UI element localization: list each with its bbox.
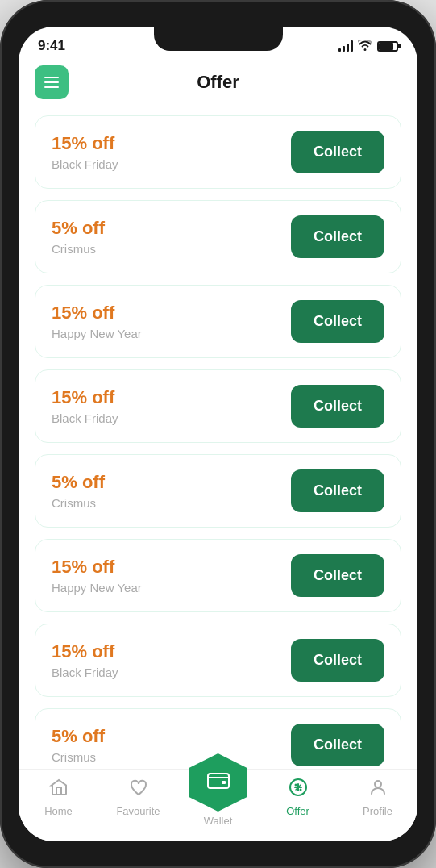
nav-wallet-wrapper: Wallet bbox=[178, 778, 258, 827]
status-time: 9:41 bbox=[38, 38, 65, 54]
svg-point-4 bbox=[299, 789, 301, 791]
offer-card: 15% off Black Friday Collect bbox=[35, 115, 401, 189]
menu-line bbox=[44, 77, 59, 78]
offer-info: 15% off Black Friday bbox=[52, 387, 118, 425]
offers-list: 15% off Black Friday Collect 5% off Cris… bbox=[19, 109, 417, 769]
offer-label: Black Friday bbox=[52, 411, 118, 425]
collect-button[interactable]: Collect bbox=[291, 639, 384, 682]
nav-home[interactable]: Home bbox=[19, 778, 98, 817]
nav-profile-label: Profile bbox=[363, 805, 392, 817]
header: Offer bbox=[19, 59, 417, 109]
offer-discount: 5% off bbox=[52, 726, 105, 747]
collect-button[interactable]: Collect bbox=[291, 131, 384, 173]
wallet-icon bbox=[206, 769, 230, 797]
battery-icon bbox=[377, 41, 398, 52]
nav-offer[interactable]: Offer bbox=[258, 778, 338, 817]
collect-button[interactable]: Collect bbox=[291, 385, 384, 428]
offer-info: 5% off Crismus bbox=[52, 472, 105, 510]
offer-icon bbox=[289, 778, 308, 802]
collect-button[interactable]: Collect bbox=[291, 724, 384, 766]
menu-line bbox=[44, 86, 59, 88]
nav-profile[interactable]: Profile bbox=[338, 778, 417, 817]
offer-label: Crismus bbox=[52, 242, 105, 256]
offer-info: 15% off Happy New Year bbox=[52, 303, 142, 340]
svg-rect-1 bbox=[222, 781, 226, 784]
offer-discount: 5% off bbox=[52, 472, 105, 493]
nav-home-label: Home bbox=[44, 805, 73, 817]
nav-offer-label: Offer bbox=[286, 805, 309, 817]
offer-label: Black Friday bbox=[52, 157, 118, 171]
offer-card: 15% off Black Friday Collect bbox=[35, 369, 401, 443]
collect-button[interactable]: Collect bbox=[291, 215, 384, 258]
offer-info: 15% off Happy New Year bbox=[52, 557, 142, 595]
offer-discount: 15% off bbox=[52, 387, 118, 408]
svg-point-3 bbox=[294, 784, 297, 787]
offer-discount: 5% off bbox=[52, 218, 105, 239]
wifi-icon bbox=[358, 40, 372, 53]
offer-info: 15% off Black Friday bbox=[52, 641, 118, 679]
svg-rect-0 bbox=[208, 774, 229, 788]
offer-label: Crismus bbox=[52, 750, 105, 764]
offer-discount: 15% off bbox=[52, 557, 142, 578]
offer-card: 15% off Happy New Year Collect bbox=[35, 539, 401, 612]
offer-info: 15% off Black Friday bbox=[52, 133, 118, 171]
page-title: Offer bbox=[69, 72, 367, 93]
nav-favourite-label: Favourite bbox=[116, 805, 160, 817]
collect-button[interactable]: Collect bbox=[291, 469, 384, 512]
collect-button[interactable]: Collect bbox=[291, 554, 384, 597]
offer-label: Happy New Year bbox=[52, 581, 142, 595]
profile-icon bbox=[368, 778, 388, 802]
home-icon bbox=[49, 778, 69, 802]
offer-label: Happy New Year bbox=[52, 327, 142, 340]
svg-point-5 bbox=[375, 781, 381, 787]
bottom-nav: Home Favourite bbox=[19, 769, 417, 841]
offer-info: 5% off Crismus bbox=[52, 218, 105, 256]
nav-favourite[interactable]: Favourite bbox=[98, 778, 178, 817]
offer-label: Crismus bbox=[52, 496, 105, 510]
menu-button[interactable] bbox=[35, 65, 69, 99]
notch bbox=[154, 27, 283, 51]
status-icons bbox=[338, 40, 398, 53]
offer-card: 15% off Black Friday Collect bbox=[35, 624, 401, 697]
offer-card: 15% off Happy New Year Collect bbox=[35, 285, 401, 358]
offer-card: 5% off Crismus Collect bbox=[35, 454, 401, 528]
nav-wallet-label: Wallet bbox=[204, 815, 233, 827]
menu-line bbox=[44, 81, 59, 83]
offer-discount: 15% off bbox=[52, 303, 142, 323]
offer-discount: 15% off bbox=[52, 133, 118, 154]
phone-screen: 9:41 bbox=[19, 27, 417, 841]
offer-label: Black Friday bbox=[52, 666, 118, 679]
heart-icon bbox=[129, 778, 148, 802]
collect-button[interactable]: Collect bbox=[291, 300, 384, 343]
offer-card: 5% off Crismus Collect bbox=[35, 200, 401, 273]
offer-discount: 15% off bbox=[52, 641, 118, 662]
phone-frame: 9:41 bbox=[0, 0, 436, 868]
signal-icon bbox=[338, 40, 353, 52]
offer-info: 5% off Crismus bbox=[52, 726, 105, 764]
